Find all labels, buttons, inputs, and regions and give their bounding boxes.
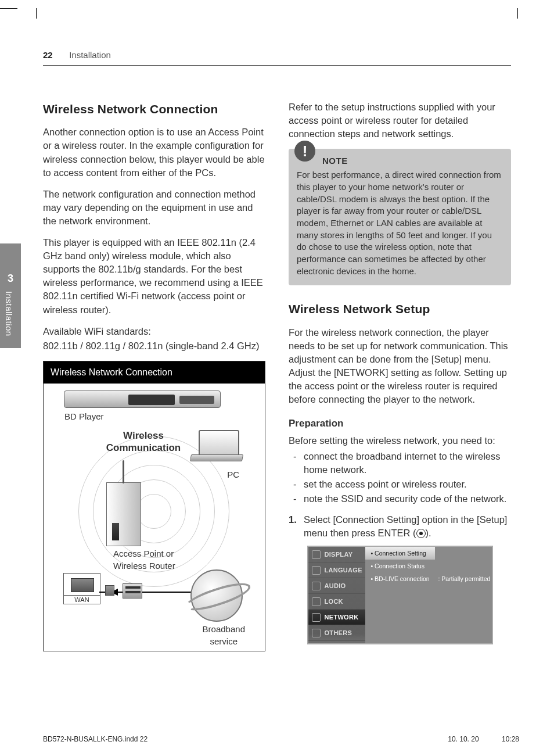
- network-icon: [312, 613, 321, 622]
- list-item: connect the broadband internet to the wi…: [289, 450, 511, 476]
- footer-date: 10. 10. 20: [448, 735, 479, 743]
- diagram-wireless: Wireless Network Connection BD Player Wi…: [43, 361, 265, 651]
- side-tab-number: 3: [0, 273, 21, 285]
- osd-menu-others: OTHERS: [308, 625, 365, 641]
- label-pc: PC: [227, 468, 239, 481]
- display-icon: [312, 550, 321, 559]
- language-icon: [312, 566, 321, 575]
- diagram-title: Wireless Network Connection: [44, 361, 265, 384]
- label-wireless-2: Communication: [106, 442, 181, 453]
- label-wireless-1: Wireless: [123, 430, 164, 441]
- osd-menu-network: NETWORK: [308, 610, 365, 625]
- osd-menu-column: DISPLAY LANGUAGE AUDIO LOCK NETWORK OTHE…: [308, 547, 365, 643]
- enter-icon: [416, 529, 426, 538]
- osd-menu-display: DISPLAY: [308, 547, 365, 562]
- footer-time: 10:28: [502, 735, 519, 743]
- left-column: Wireless Network Connection Another conn…: [43, 101, 265, 651]
- page: 22 Installation Wireless Network Connect…: [43, 50, 511, 707]
- osd-menu-audio: AUDIO: [308, 578, 365, 594]
- label-broadband-1: Broadband: [203, 624, 245, 634]
- osd-options-column: • Connection Setting • Connection Status…: [365, 547, 435, 643]
- osd-setup-menu: DISPLAY LANGUAGE AUDIO LOCK NETWORK OTHE…: [307, 546, 493, 644]
- note-text: For best performance, a direct wired con…: [297, 169, 503, 277]
- cable-plug-icon: [105, 585, 114, 596]
- others-icon: [312, 629, 321, 637]
- globe-icon: [190, 569, 243, 622]
- heading-preparation: Preparation: [289, 417, 511, 431]
- wifi-standards-label: Available WiFi standards:: [43, 325, 265, 338]
- note-label: NOTE: [322, 155, 503, 167]
- page-number: 22: [43, 50, 53, 60]
- exclamation-icon: !: [294, 141, 315, 162]
- laptop-icon: [190, 430, 243, 465]
- osd-menu-lock: LOCK: [308, 594, 365, 610]
- step1-text-b: ).: [426, 528, 431, 538]
- list-item: note the SSID and security code of the n…: [289, 492, 511, 506]
- page-header: 22 Installation: [43, 50, 511, 66]
- osd-opt-connection-status: • Connection Status: [365, 560, 435, 572]
- label-ap-1: Access Point or: [113, 549, 174, 558]
- osd-bdlive-value: : Partially permitted: [435, 572, 492, 585]
- steps-list: 1. Select [Connection Setting] option in…: [289, 513, 511, 540]
- para-setup: For the wireless network connection, the…: [289, 326, 511, 407]
- footer: BD572-N-BUSALLK-ENG.indd 22 10. 10. 20 1…: [43, 735, 519, 743]
- prep-intro: Before setting the wireless network, you…: [289, 434, 511, 447]
- heading-wireless-connection: Wireless Network Connection: [43, 101, 265, 117]
- para-refer: Refer to the setup instructions supplied…: [289, 101, 511, 141]
- label-ap-2: Wireless Router: [113, 561, 175, 571]
- list-item: set the access point or wireless router.: [289, 478, 511, 491]
- osd-opt-bdlive: • BD-LIVE connection: [365, 572, 435, 585]
- hub-icon: [123, 583, 142, 599]
- note-box: ! NOTE For best performance, a direct wi…: [289, 149, 511, 285]
- lock-icon: [312, 597, 321, 606]
- right-column: Refer to the setup instructions supplied…: [289, 101, 511, 651]
- side-tab-label: Installation: [4, 291, 14, 336]
- bdplayer-icon: [64, 390, 221, 408]
- label-wan: WAN: [64, 595, 100, 604]
- diagram-body: BD Player Wireless Communication PC Acce…: [44, 384, 265, 651]
- wifi-standards-value: 802.11b / 802.11g / 802.11n (single-band…: [43, 339, 265, 353]
- side-tab: 3 Installation: [0, 243, 21, 348]
- para-intro-3: This player is equipped with an IEEE 802…: [43, 236, 265, 317]
- section-title: Installation: [69, 50, 111, 60]
- access-point-icon: [106, 482, 141, 546]
- footer-file: BD572-N-BUSALLK-ENG.indd 22: [43, 735, 148, 743]
- step1-text-a: Select [Connection Setting] option in th…: [304, 514, 507, 538]
- heading-wireless-setup: Wireless Network Setup: [289, 300, 511, 317]
- osd-value-column: : Partially permitted: [435, 547, 492, 643]
- label-bdplayer: BD Player: [64, 410, 104, 422]
- wan-port-icon: WAN: [63, 573, 100, 604]
- prep-list: connect the broadband internet to the wi…: [289, 450, 511, 505]
- osd-menu-language: LANGUAGE: [308, 562, 365, 578]
- para-intro-1: Another connection option is to use an A…: [43, 126, 265, 179]
- step-1: 1. Select [Connection Setting] option in…: [289, 513, 511, 540]
- label-broadband-2: service: [210, 636, 238, 646]
- osd-opt-connection-setting: • Connection Setting: [365, 547, 435, 560]
- audio-icon: [312, 582, 321, 590]
- para-intro-2: The network configuration and connection…: [43, 188, 265, 228]
